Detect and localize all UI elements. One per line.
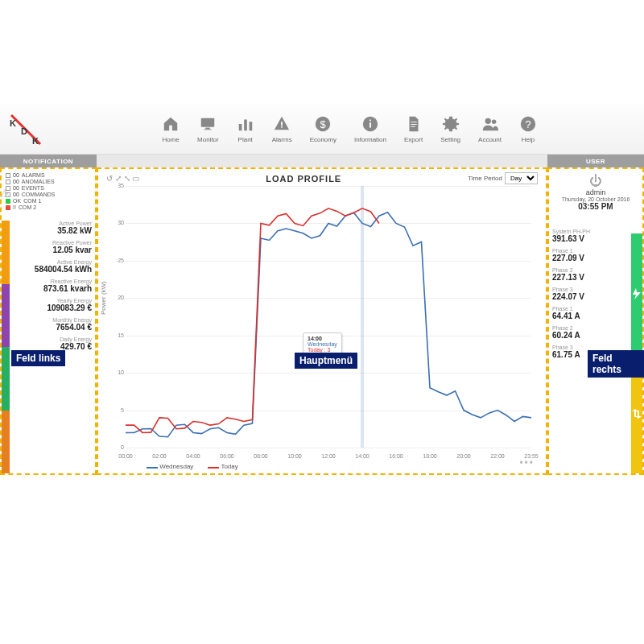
right-panel: ⏻ admin Thursday, 20 October 2016 03:55 … xyxy=(547,167,644,475)
svg-rect-6 xyxy=(238,124,242,130)
x-tick: 04:00 xyxy=(186,453,200,459)
notification-row: 00ANOMALIES xyxy=(6,179,91,184)
section-headers: NOTIFICATION USER xyxy=(0,155,644,167)
svg-text:K: K xyxy=(32,136,39,146)
toolbar-label: Help xyxy=(522,136,535,143)
toolbar-alarms[interactable]: Alarms xyxy=(272,115,292,143)
notification-row: 00ALARMS xyxy=(6,172,91,178)
svg-rect-7 xyxy=(244,120,247,131)
notification-header: NOTIFICATION xyxy=(0,155,97,167)
x-tick: 14:00 xyxy=(355,453,369,459)
toolbar-label: Export xyxy=(404,136,423,143)
notification-row: !!COM 2 xyxy=(6,204,91,210)
info-icon xyxy=(361,115,379,134)
metric-row: Phase 260.24 A xyxy=(552,325,630,340)
metric-row: Reactive Power12.05 kvar xyxy=(11,240,93,254)
toolbar-label: Alarms xyxy=(272,136,292,143)
toolbar-label: Account xyxy=(478,136,502,143)
x-tick: 02:00 xyxy=(152,453,167,459)
legend-today: Today xyxy=(221,463,237,470)
svg-rect-14 xyxy=(369,122,371,127)
time-period-label: Time Period xyxy=(468,175,502,182)
svg-text:K: K xyxy=(10,118,16,128)
toolbar-information[interactable]: Information xyxy=(354,115,386,143)
logo: KDK xyxy=(6,110,45,149)
toolbar-label: Setting xyxy=(440,136,460,143)
x-tick: 08:00 xyxy=(254,453,268,459)
metric-row: Daily Energy429.70 € xyxy=(11,336,93,351)
chart-legend: Wednesday Today xyxy=(147,463,238,470)
metric-row: Phase 164.41 A xyxy=(552,306,630,320)
users-icon xyxy=(481,115,499,134)
help-icon: ? xyxy=(519,115,537,134)
center-header xyxy=(97,155,547,167)
annotation-center: Hauptmenü xyxy=(295,353,357,369)
toolbar-label: Information xyxy=(354,136,386,143)
toolbar-label: Plant xyxy=(238,136,253,143)
svg-point-20 xyxy=(485,118,490,124)
toolbar-label: Monitor xyxy=(197,136,219,143)
metric-row: Yearly Energy109083.29 € xyxy=(11,298,93,312)
top-toolbar: KDK HomeMonitorPlantAlarms$EconomyInform… xyxy=(0,105,644,155)
alert-icon xyxy=(273,115,291,134)
time-period-control: Time Period Day xyxy=(468,172,538,184)
chart-tools[interactable]: ↺ ⤢ ⤡ ▭ xyxy=(106,174,139,183)
x-tick: 00:00 xyxy=(118,453,133,459)
legend-wednesday: Wednesday xyxy=(159,463,193,470)
x-tick: 10:00 xyxy=(287,453,302,459)
user-info: ⏻ admin Thursday, 20 October 2016 03:55 … xyxy=(549,169,642,216)
toolbar-setting[interactable]: Setting xyxy=(440,115,460,143)
metric-row: Active Power35.82 kW xyxy=(11,221,93,235)
toolbar-economy[interactable]: $Economy xyxy=(310,115,336,143)
power-icon[interactable]: ⏻ xyxy=(551,174,641,188)
y-tick: 25 xyxy=(109,258,124,263)
left-metrics: Active Power35.82 kWReactive Power12.05 … xyxy=(11,221,93,356)
metric-row: Active Energy584004.54 kWh xyxy=(11,259,93,274)
x-tick: 06:00 xyxy=(220,453,234,459)
svg-point-21 xyxy=(491,120,496,125)
notification-list: 00ALARMS00ANOMALIES00EVENTS00COMMANDSOKC… xyxy=(2,169,95,214)
toolbar-label: Economy xyxy=(310,136,336,143)
metric-row: Phase 2227.13 V xyxy=(552,267,630,282)
y-tick: 20 xyxy=(109,295,124,300)
toolbar-monitor[interactable]: Monitor xyxy=(197,115,219,143)
user-date: Thursday, 20 October 2016 xyxy=(551,196,641,202)
annotation-left: Feld links xyxy=(11,350,65,366)
alert-icon: ⚠ xyxy=(0,187,10,200)
svg-rect-8 xyxy=(249,122,252,130)
annotation-right: Feld rechts xyxy=(588,350,644,378)
y-tick: 15 xyxy=(109,332,124,338)
app-window: KDK HomeMonitorPlantAlarms$EconomyInform… xyxy=(0,105,644,475)
chart-more-icon[interactable]: ••• xyxy=(519,457,535,469)
center-panel: ↺ ⤢ ⤡ ▭ LOAD PROFILE Time Period Day Pow… xyxy=(97,167,547,475)
notification-row: 00EVENTS xyxy=(6,185,91,191)
y-tick: 5 xyxy=(109,407,124,413)
svg-text:?: ? xyxy=(525,118,530,130)
svg-text:D: D xyxy=(21,126,27,136)
chart-area: Power (kW) 0510152025303500:0002:0004:00… xyxy=(98,184,546,473)
notification-row: 00COMMANDS xyxy=(6,192,91,197)
chart-header: ↺ ⤢ ⤡ ▭ LOAD PROFILE Time Period Day xyxy=(98,169,546,184)
bolt-icon xyxy=(631,233,642,353)
toolbar-export[interactable]: Export xyxy=(404,115,423,143)
username: admin xyxy=(551,188,641,196)
toolbar-home[interactable]: Home xyxy=(162,115,180,143)
x-tick: 12:00 xyxy=(321,453,336,459)
toolbar-help[interactable]: ?Help xyxy=(519,115,537,143)
svg-rect-17 xyxy=(411,124,416,125)
time-period-select[interactable]: Day xyxy=(505,172,538,184)
x-tick: 20:00 xyxy=(456,453,471,459)
svg-text:$: $ xyxy=(320,118,326,130)
user-header: USER xyxy=(547,155,644,167)
home-icon xyxy=(162,115,180,134)
monitor-icon xyxy=(199,115,217,134)
metric-row: Phase 1227.09 V xyxy=(552,248,630,262)
y-tick: 0 xyxy=(109,444,124,450)
left-color-bar xyxy=(2,221,10,473)
y-axis-label: Power (kW) xyxy=(100,281,107,315)
metric-row: Monthly Energy7654.04 € xyxy=(11,317,93,332)
toolbar-plant[interactable]: Plant xyxy=(237,115,254,143)
bars-icon xyxy=(237,115,254,134)
toolbar-account[interactable]: Account xyxy=(478,115,502,143)
left-panel: ⚠ 00ALARMS00ANOMALIES00EVENTS00COMMANDSO… xyxy=(0,167,97,475)
